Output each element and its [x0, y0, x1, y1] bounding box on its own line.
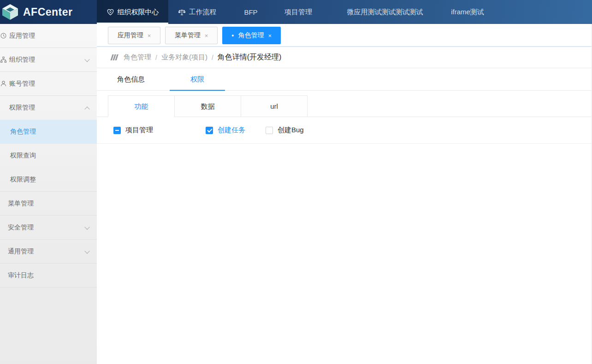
sidebar-item-role-management[interactable]: 角色管理: [0, 120, 97, 144]
chevron-down-icon: [84, 57, 89, 62]
chevron-down-icon: [84, 248, 89, 253]
sidebar-item-label: 安全管理: [8, 223, 34, 232]
tab-label: 功能: [135, 102, 148, 110]
sidebar-item-org-management[interactable]: 组织管理: [0, 48, 97, 72]
open-tab-label: 应用管理: [118, 31, 143, 40]
app-logo-text: AFCenter: [23, 6, 73, 18]
sidebar-item-label: 权限调整: [10, 176, 36, 184]
nav-item-label: 工作流程: [189, 8, 217, 17]
nav-item-label: 组织权限中心: [118, 8, 159, 17]
sidebar-item-audit-log[interactable]: 审计日志: [0, 264, 97, 288]
permission-checkbox-row: 项目管理 创建任务 创建Bug: [97, 117, 592, 144]
chevron-up-icon: [84, 106, 89, 112]
sidebar-item-general-management[interactable]: 通用管理: [0, 240, 97, 264]
nav-item-org-permission-center[interactable]: 组织权限中心: [97, 0, 168, 24]
role-detail-tabs: 角色信息 权限: [97, 68, 592, 91]
org-chart-icon: [0, 57, 6, 63]
breadcrumb-item-role-detail: 角色详情(开发经理): [218, 53, 282, 62]
sidebar-item-permission-query[interactable]: 权限查询: [0, 144, 97, 168]
close-icon[interactable]: ×: [268, 32, 272, 39]
nav-item-iframe-test[interactable]: iframe测试: [449, 0, 486, 24]
nav-item-label: BFP: [244, 8, 257, 16]
nav-item-project-management[interactable]: 项目管理: [276, 0, 321, 24]
sidebar: 应用管理 组织管理 账号管理 权限管理 角色管理 权限查询 权限调整: [0, 24, 97, 364]
sidebar-item-label: 权限查询: [10, 152, 36, 160]
checkbox-unchecked-create-bug[interactable]: [266, 127, 273, 134]
clock-icon: [0, 33, 6, 39]
open-tab-app-management[interactable]: 应用管理 ×: [108, 27, 160, 44]
nav-item-label: 项目管理: [284, 8, 312, 17]
permission-item-project-management: 项目管理: [113, 126, 206, 135]
heart-smile-icon: [107, 8, 114, 16]
tab-permissions[interactable]: 权限: [170, 68, 225, 90]
sidebar-item-permission-adjust[interactable]: 权限调整: [0, 168, 97, 192]
nav-item-bfp[interactable]: BFP: [226, 0, 276, 24]
checkbox-label: 创建任务: [218, 126, 245, 135]
sidebar-item-account-management[interactable]: 账号管理: [0, 72, 97, 96]
breadcrumb-separator: /: [212, 54, 213, 61]
close-icon[interactable]: ×: [205, 32, 208, 39]
sidebar-item-label: 审计日志: [8, 271, 34, 280]
sidebar-item-label: 菜单管理: [8, 200, 34, 208]
sidebar-item-menu-management[interactable]: 菜单管理: [0, 192, 97, 216]
top-navbar: AFCenter 组织权限中心 工作流程: [0, 0, 592, 24]
breadcrumb-item-role-management[interactable]: 角色管理: [124, 53, 151, 62]
main-menu: 组织权限中心 工作流程 BFP 项目管理 微应用测试测试测试测试: [97, 0, 486, 24]
checkbox-label: 项目管理: [125, 126, 153, 135]
app-logo[interactable]: AFCenter: [0, 0, 97, 24]
user-icon: [0, 81, 6, 87]
active-dot-icon: ●: [231, 34, 234, 38]
sidebar-item-security-management[interactable]: 安全管理: [0, 216, 97, 240]
open-tab-menu-management[interactable]: 菜单管理 ×: [165, 27, 218, 44]
open-tabs-bar: 应用管理 × 菜单管理 × ● 角色管理 ×: [97, 24, 592, 47]
sidebar-item-app-management[interactable]: 应用管理: [0, 24, 97, 48]
checkbox-label: 创建Bug: [278, 126, 304, 135]
balance-scale-icon: [178, 8, 186, 16]
sidebar-item-label: 组织管理: [9, 56, 35, 64]
breadcrumb-list-icon: [110, 54, 119, 61]
tab-role-info[interactable]: 角色信息: [103, 68, 159, 90]
nav-item-label: iframe测试: [451, 8, 484, 17]
breadcrumb: 角色管理 / 业务对象(项目) / 角色详情(开发经理): [97, 47, 592, 68]
app-root: AFCenter 组织权限中心 工作流程: [0, 0, 592, 364]
nav-item-workflow[interactable]: 工作流程: [168, 0, 226, 24]
tab-url[interactable]: url: [241, 95, 308, 117]
tab-label: 权限: [190, 75, 204, 84]
permission-type-tabs: 功能 数据 url: [97, 95, 592, 117]
close-icon[interactable]: ×: [148, 32, 151, 39]
checkbox-indeterminate-project-management[interactable]: [113, 127, 121, 134]
open-tab-role-management[interactable]: ● 角色管理 ×: [222, 27, 281, 44]
tab-data[interactable]: 数据: [174, 95, 241, 117]
permission-item-create-bug: 创建Bug: [266, 126, 304, 135]
afcenter-logo-icon: [1, 4, 19, 20]
breadcrumb-item-business-object[interactable]: 业务对象(项目): [161, 53, 207, 62]
sidebar-item-label: 应用管理: [9, 32, 35, 40]
nav-item-micro-app-test[interactable]: 微应用测试测试测试测试: [321, 0, 449, 24]
tab-label: 数据: [201, 102, 215, 110]
tab-label: 角色信息: [117, 75, 145, 84]
tab-function[interactable]: 功能: [108, 95, 175, 117]
permission-item-create-task: 创建任务: [206, 126, 266, 135]
nav-item-label: 微应用测试测试测试测试: [347, 8, 423, 17]
sidebar-item-label: 角色管理: [10, 128, 36, 136]
main-content: 应用管理 × 菜单管理 × ● 角色管理 × 角色管理 /: [97, 24, 592, 364]
checkbox-checked-create-task[interactable]: [206, 127, 213, 134]
breadcrumb-separator: /: [155, 54, 157, 61]
open-tab-label: 菜单管理: [175, 31, 201, 40]
sidebar-item-label: 权限管理: [9, 104, 35, 112]
chevron-down-icon: [84, 224, 89, 229]
sidebar-item-label: 通用管理: [8, 247, 34, 256]
tab-label: url: [270, 102, 278, 110]
sidebar-item-label: 账号管理: [9, 80, 35, 88]
open-tab-label: 角色管理: [238, 31, 264, 40]
sidebar-group-permission-management[interactable]: 权限管理: [0, 96, 97, 120]
